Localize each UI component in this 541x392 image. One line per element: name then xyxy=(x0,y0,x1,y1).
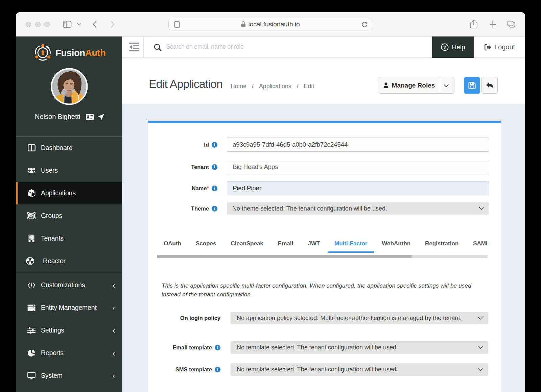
svg-text:FusionAuth: FusionAuth xyxy=(55,48,106,58)
svg-text:?: ? xyxy=(444,45,447,50)
